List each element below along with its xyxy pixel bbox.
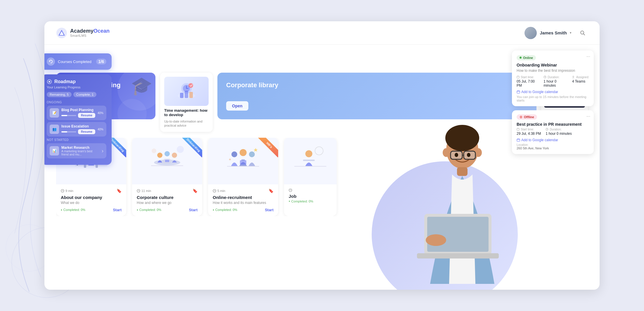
search-button[interactable] (577, 28, 588, 38)
corporate-open-button[interactable]: Open (226, 101, 248, 111)
event-details-2: Start time: 29 Jul, 4:38 PM Duration: (517, 128, 589, 136)
start-time-value-2: 29 Jul, 4:38 PM (517, 132, 541, 136)
bookmark-icon[interactable]: 🔖 (193, 188, 198, 193)
not-started-label: Not Started (47, 138, 106, 141)
svg-point-37 (231, 151, 237, 157)
event-more-btn-2[interactable]: ··· (586, 114, 590, 119)
course-duration-3: 5 min (213, 189, 225, 193)
course-body-1: 9 min 🔖 About our company What we do Com… (56, 184, 126, 216)
svg-point-50 (573, 76, 574, 77)
course-start-btn-2[interactable]: Start (189, 208, 198, 212)
event-more-btn-1[interactable]: ··· (586, 54, 590, 59)
logo-icon (56, 27, 67, 39)
resume-button-2[interactable]: Resume (78, 129, 95, 134)
duration-value: 1 hour 0 minutes (543, 79, 567, 88)
duration-label: Duration: (543, 76, 567, 79)
course-card-job: Job Completed: 0% (284, 138, 337, 216)
roadmap-item: 👥 Issue Escalation Resume 40% (47, 122, 106, 137)
search-icon (580, 30, 585, 36)
svg-rect-40 (240, 160, 246, 165)
svg-point-34 (152, 148, 156, 153)
course-duration-1: 9 min (61, 189, 73, 193)
duration-label-2: Duration: (546, 128, 572, 131)
roadmap-item-pct: 40% (98, 128, 103, 131)
arrow-right-icon[interactable]: › (102, 148, 103, 154)
completed-label: Courses Completed (58, 60, 93, 64)
time-mgmt-illustration (164, 77, 209, 106)
course-duration-2: 11 min (137, 189, 151, 193)
svg-rect-53 (517, 128, 519, 130)
course-card-culture: Onboarding (132, 138, 202, 216)
svg-point-39 (249, 151, 255, 157)
calendar-link-2[interactable]: Add to Google calendar (517, 138, 589, 142)
event-assigned: Assigned: 4 Teams (572, 76, 589, 88)
offline-status-badge: Offline (517, 114, 537, 120)
svg-rect-41 (241, 159, 245, 161)
calendar-link-1[interactable]: Add to Google calendar (517, 90, 589, 94)
assigned-value: 4 Teams (572, 79, 589, 83)
course-subtitle-1: What we do (61, 201, 122, 205)
user-name: James Smith (540, 30, 567, 35)
roadmap-item-name: Market Research (61, 146, 99, 150)
people-icon (572, 76, 575, 78)
logo-area: AcademyOcean SmartLMS (56, 27, 110, 39)
user-area[interactable]: James Smith ▾ (524, 27, 572, 39)
course-start-btn-1[interactable]: Start (113, 208, 122, 212)
svg-rect-45 (303, 160, 315, 161)
start-time-label-2: Start time: (517, 128, 541, 131)
location-icon (520, 116, 522, 118)
event-title-1: Onboarding Webinar (517, 63, 589, 67)
event-location: Location: 260 5th Ave, New York (517, 143, 589, 150)
svg-point-43 (305, 150, 312, 157)
svg-point-30 (172, 153, 177, 158)
svg-rect-32 (165, 160, 169, 162)
bookmark-icon[interactable]: 🔖 (117, 188, 122, 193)
course-title-2: Corporate culture (137, 195, 198, 200)
course-title-4: Job (289, 194, 332, 199)
online-dot (520, 57, 522, 59)
completed-icon (47, 57, 55, 66)
job-svg (291, 142, 329, 180)
chevron-down-icon[interactable]: ▾ (570, 31, 572, 35)
course-progress-3: Completed: 0% (213, 208, 237, 212)
remaining-badge: Remaining, 5 (47, 92, 72, 97)
course-start-btn-3[interactable]: Start (265, 208, 273, 212)
clock-icon (137, 189, 140, 193)
logo-name: AcademyOcean (70, 28, 110, 34)
logo-text: AcademyOcean SmartLMS (70, 28, 110, 38)
svg-rect-13 (75, 165, 107, 166)
calendar-icon-2 (517, 128, 520, 131)
right-panel: ··· Online Onboarding Webinar How to mak… (506, 45, 600, 160)
roadmap-subtitle: Your Learning Progress (47, 85, 106, 89)
svg-rect-36 (227, 166, 259, 167)
location-value: 260 5th Ave, New York (517, 146, 589, 150)
roadmap-item-bar-fill (61, 131, 67, 132)
roadmap-badges: Remaining, 5 Complete, 1 (47, 92, 106, 97)
main-container: AcademyOcean SmartLMS James Smith ▾ (44, 21, 600, 290)
content-area: Courses Completed 1/6 Roadmap Your Learn… (44, 45, 600, 290)
resume-button-1[interactable]: Resume (78, 113, 95, 118)
svg-rect-51 (517, 91, 520, 93)
online-status-badge: Online (517, 55, 536, 60)
event-details-1: Start time: 05 Jul, 7:00 PM Duration: (517, 76, 589, 88)
roadmap-title: Roadmap (47, 79, 106, 84)
course-meta-3: 5 min 🔖 (213, 188, 273, 193)
event-start-time: Start time: 05 Jul, 7:00 PM (517, 76, 539, 88)
svg-point-5 (49, 81, 50, 83)
roadmap-icon (47, 79, 52, 84)
course-body-3: 5 min 🔖 Online-recruitment How it works … (208, 184, 278, 216)
roadmap-item-thumb: 📝 (50, 108, 59, 118)
time-mgmt-desc: Up-to-date information and practical adv… (164, 119, 209, 128)
course-illustration-4 (284, 138, 337, 184)
roadmap-item-bar-fill (61, 115, 67, 116)
roadmap-item-info: Issue Escalation Resume (61, 124, 95, 134)
roadmap-item-bar-row: Resume (61, 129, 95, 134)
header-right: James Smith ▾ (524, 27, 588, 39)
event-subtitle-1: How to make the best first impression (517, 69, 589, 73)
event-card-webinar: ··· Online Onboarding Webinar How to mak… (512, 50, 594, 106)
bookmark-icon[interactable]: 🔖 (269, 188, 273, 193)
corporate-banner-title: Corporate library (226, 81, 528, 89)
clock-icon (61, 189, 64, 193)
course-footer-2: Completed: 0% Start (137, 208, 198, 212)
course-illustration-2: Onboarding (132, 138, 202, 184)
